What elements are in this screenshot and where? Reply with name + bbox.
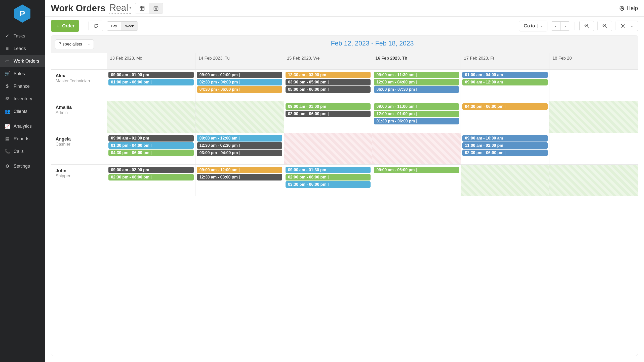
zoom-in-button[interactable] [597,21,612,31]
day-cell[interactable] [549,165,638,196]
sidebar-item-sales[interactable]: 🛒Sales [0,67,45,80]
event[interactable]: 02:00 pm - 06:00 pm [286,111,371,117]
day-cell[interactable]: 09:00 am - 02:00 pm02:30 pm - 04:00 pm04… [195,70,284,101]
range-group: Day Week [107,21,138,31]
day-cell[interactable] [461,165,549,196]
event[interactable]: 12:00 am - 04:00 pm [374,79,459,85]
event[interactable]: 04:30 pm - 06:00 pm [108,150,194,156]
day-cell[interactable]: 09:00 am - 02:00 pm02:30 pm - 06:00 pm [107,165,195,196]
event[interactable]: 03:30 pm - 06:00 pm [286,181,371,188]
help-icon [619,6,625,11]
table-view-button[interactable] [135,3,149,14]
event[interactable]: 01:30 pm - 04:00 pm [108,142,194,149]
event[interactable]: 12:00 am - 01:00 pm [374,111,459,117]
day-cell[interactable] [549,101,638,133]
event[interactable]: 05:00 pm - 06:00 pm [286,86,371,93]
day-cell[interactable]: 09:00 am - 06:00 pm [372,165,461,196]
event[interactable]: 03:00 pm - 04:00 pm [197,150,282,156]
sidebar-item-analytics[interactable]: 📈Analytics [0,120,45,132]
calendar-view-button[interactable]: 31 [149,3,163,14]
day-cell[interactable]: 04:30 pm - 06:00 pm [461,101,549,133]
day-cell[interactable]: 01:00 am - 04:00 am09:00 am - 12:00 am [461,70,549,101]
event[interactable]: 12:30 am - 03:00 pm [286,72,371,78]
event[interactable]: 09:00 am - 11:00 am [374,103,459,110]
sidebar-item-finance[interactable]: $Finance [0,80,45,93]
event[interactable]: 01:00 pm - 06:00 pm [108,79,194,85]
day-cell[interactable] [195,101,284,133]
day-cell[interactable]: 09:00 am - 12:00 am12:30 am - 02:30 pm03… [195,133,284,164]
sidebar-item-clients[interactable]: 👥Clients [0,105,45,118]
event[interactable]: 04:30 pm - 06:00 pm [197,86,282,93]
day-cell[interactable]: 12:30 am - 03:00 pm03:30 pm - 05:00 pm05… [284,70,373,101]
day-cell[interactable]: 09:00 am - 01:00 pm01:30 pm - 04:00 pm04… [107,133,195,164]
next-button[interactable]: › [561,22,570,30]
event[interactable]: 06:00 pm - 07:30 pm [374,86,459,93]
event[interactable]: 09:00 am - 11:30 am [374,72,459,78]
chevron-left-icon: ‹ [555,24,556,28]
event[interactable]: 11:00 am - 02:00 pm [462,142,548,149]
prev-button[interactable]: ‹ [551,22,560,30]
svg-point-4 [621,8,623,9]
event[interactable]: 09:00 am - 02:00 pm [108,167,194,173]
new-order-button[interactable]: ＋ Order [51,20,79,32]
day-cell[interactable]: 09:00 am - 11:30 am12:00 am - 04:00 pm06… [372,70,461,101]
event[interactable]: 02:30 pm - 06:00 pm [462,150,548,156]
sidebar-item-tasks[interactable]: ✓Tasks [0,30,45,42]
day-cell[interactable]: 09:00 am - 10:00 am11:00 am - 02:00 pm02… [461,133,549,164]
event[interactable]: 02:00 pm - 06:00 pm [286,174,371,180]
settings-button[interactable]: ⌄ [616,21,638,31]
sidebar-item-calls[interactable]: 📞Calls [0,145,45,158]
sidebar-item-work-orders[interactable]: ▭Work Orders [0,55,45,67]
event[interactable]: 12:30 am - 02:30 pm [197,142,282,149]
goto-label: Go to [524,23,535,29]
day-cell[interactable] [284,133,373,164]
event[interactable]: 01:30 pm - 06:00 pm [374,118,459,124]
sidebar-item-label: Calls [14,149,24,154]
env-switch[interactable]: Real ▾ [109,3,131,14]
zoom-out-button[interactable] [579,21,594,31]
event[interactable]: 09:00 am - 12:00 am [197,135,282,142]
week-button[interactable]: Week [121,22,138,30]
event[interactable]: 01:00 am - 04:00 am [462,72,548,78]
day-cell[interactable]: 09:00 am - 01:00 pm02:00 pm - 06:00 pm [284,101,373,133]
event-time: 09:00 am - 11:00 am [376,104,414,109]
event[interactable]: 09:00 am - 06:00 pm [374,167,459,173]
day-button[interactable]: Day [107,22,121,30]
day-cell[interactable] [107,101,195,133]
event[interactable]: 09:00 am - 02:00 pm [197,72,282,78]
sidebar-item-inventory[interactable]: ⛃Inventory [0,93,45,105]
goto-button[interactable]: Go to ⌄ [519,21,547,31]
event-time: 09:00 am - 01:30 pm [288,168,326,172]
event[interactable]: 09:00 am - 01:00 pm [108,135,194,142]
event[interactable]: 02:30 pm - 06:00 pm [108,174,194,180]
day-header: 16 Feb 2023, Th [374,54,459,62]
help-link[interactable]: Help [619,5,638,12]
event[interactable]: 09:00 am - 01:00 pm [286,103,371,110]
sidebar-item-settings[interactable]: ⚙Settings [0,160,45,172]
day-cell[interactable] [549,70,638,101]
event[interactable]: 02:30 pm - 04:00 pm [197,79,282,85]
event[interactable]: 12:30 am - 03:00 pm [197,174,282,180]
sidebar-item-reports[interactable]: ▤Reports [0,132,45,145]
event[interactable]: 09:00 am - 12:00 am [197,167,282,173]
event[interactable]: 09:00 am - 12:00 am [462,79,548,85]
event-time: 12:30 am - 03:00 pm [199,175,238,179]
day-cell[interactable]: 09:00 am - 01:30 pm02:00 pm - 06:00 pm03… [284,165,373,196]
refresh-button[interactable] [89,21,103,31]
event[interactable]: 03:30 pm - 05:00 pm [286,79,371,85]
week-label: Week [125,24,134,28]
specialist-name: Angela [56,137,102,142]
day-cell[interactable]: 09:00 am - 11:00 am12:00 am - 01:00 pm01… [372,101,461,133]
svg-point-7 [622,25,624,27]
day-cell[interactable] [372,133,461,164]
event[interactable]: 04:30 pm - 06:00 pm [462,103,548,110]
nav-icon: ⛃ [5,96,10,102]
event[interactable]: 09:00 am - 01:30 pm [286,167,371,173]
event[interactable]: 09:00 am - 01:00 pm [108,72,194,78]
sidebar-item-leads[interactable]: ≡Leads [0,42,45,55]
event[interactable]: 09:00 am - 10:00 am [462,135,548,142]
day-cell[interactable]: 09:00 am - 01:00 pm01:00 pm - 06:00 pm [107,70,195,101]
specialists-select[interactable]: 7 specialists ⌄ [55,39,94,49]
day-cell[interactable]: 09:00 am - 12:00 am12:30 am - 03:00 pm [195,165,284,196]
day-cell[interactable] [549,133,638,164]
